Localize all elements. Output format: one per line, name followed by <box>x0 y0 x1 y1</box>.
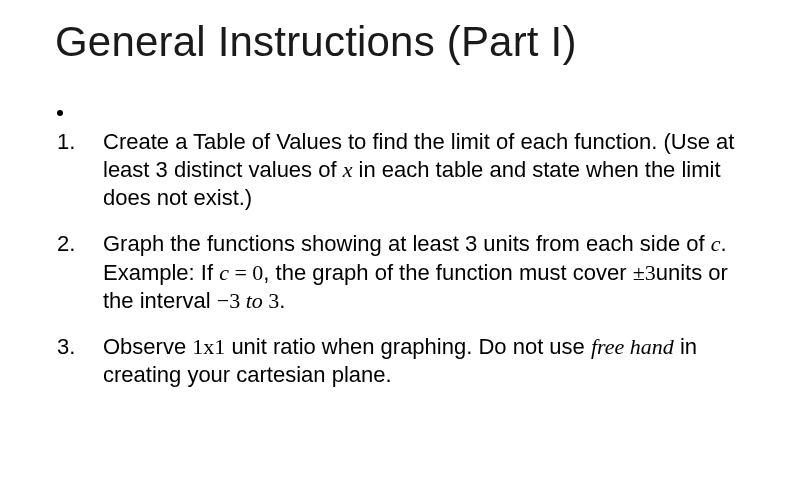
item3-ratio: 1x1 <box>192 334 225 359</box>
item2-ex-l3: 3 <box>268 288 279 313</box>
item2-text-a: Graph the functions showing at least 3 u… <box>103 231 711 256</box>
list-item-2: Graph the functions showing at least 3 u… <box>55 230 749 314</box>
item2-ex-three: 3 <box>645 260 656 285</box>
list-item-1: Create a Table of Values to find the lim… <box>55 128 749 212</box>
slide-title: General Instructions (Part I) <box>55 18 749 66</box>
item3-text-a: Observe <box>103 334 192 359</box>
item1-var-x: x <box>343 157 353 182</box>
item2-ex-m: . <box>279 288 285 313</box>
item2-ex-minus: − <box>217 288 229 313</box>
item2-ex-a: Example: If <box>103 260 219 285</box>
item2-ex-zero: 0 <box>252 260 263 285</box>
item3-freehand: free hand <box>591 334 674 359</box>
item2-ex-var-c: c <box>219 260 229 285</box>
accent-dot-icon <box>57 110 63 116</box>
slide: General Instructions (Part I) Create a T… <box>0 0 804 503</box>
item2-ex-eq: = <box>229 260 252 285</box>
item2-text-c: . <box>721 231 727 256</box>
item2-var-c: c <box>711 231 721 256</box>
instruction-list: Create a Table of Values to find the lim… <box>55 128 749 389</box>
item2-ex-e: , the graph of the function must cover <box>263 260 632 285</box>
item2-ex-j3: 3 <box>229 288 240 313</box>
item3-text-c: unit ratio when graphing. Do not use <box>225 334 591 359</box>
list-item-3: Observe 1x1 unit ratio when graphing. Do… <box>55 333 749 389</box>
item2-ex-to: to <box>240 288 268 313</box>
item2-ex-pm: ± <box>633 260 645 285</box>
